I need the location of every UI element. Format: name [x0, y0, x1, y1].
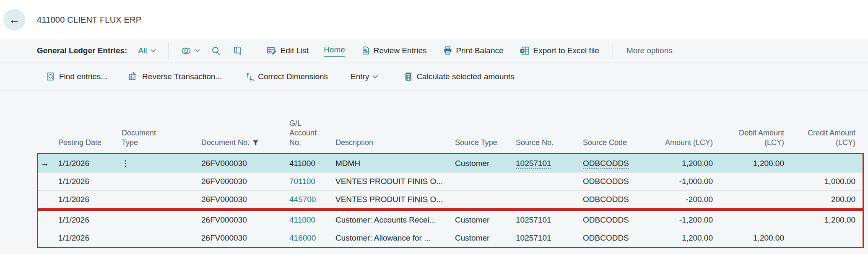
- table-row[interactable]: 1/1/2026 26FV000030 701100 VENTES PRODUI…: [38, 172, 863, 190]
- cell-source-code[interactable]: ODBCODDS: [568, 159, 642, 168]
- cell-credit-amount[interactable]: 1,200.00: [786, 215, 863, 225]
- calculate-amounts-label: Calculate selected amounts: [416, 72, 514, 81]
- cell-source-no[interactable]: 10257101: [509, 159, 568, 168]
- header-source-no[interactable]: Source No.: [509, 138, 568, 148]
- cell-source-code[interactable]: ODBCODDS: [568, 195, 642, 204]
- entry-label: Entry: [351, 72, 369, 81]
- print-balance-label: Print Balance: [456, 46, 504, 55]
- header-document-type[interactable]: Document Type: [110, 128, 193, 148]
- cell-description[interactable]: MDMH: [325, 159, 451, 168]
- focus-mode-button[interactable]: [232, 46, 242, 56]
- cell-source-code[interactable]: ODBCODDS: [568, 177, 642, 186]
- table-row[interactable]: 1/1/2026 26FV000030 445700 VENTES PRODUI…: [38, 190, 863, 208]
- cell-debit-amount[interactable]: 1,200.00: [713, 233, 786, 243]
- cell-gl-account-no[interactable]: 411000: [268, 159, 325, 168]
- print-icon: [443, 46, 453, 56]
- cell-gl-account-no[interactable]: 416000: [268, 233, 325, 243]
- header-gl-account-no-label: G/L Account No.: [289, 119, 324, 148]
- table-row[interactable]: 1/1/2026 26FV000030 416000 Customer: All…: [38, 229, 863, 247]
- cell-gl-account-no[interactable]: 701100: [268, 177, 325, 186]
- cell-source-type[interactable]: Customer: [451, 215, 509, 225]
- find-entries-button[interactable]: Find entries...: [46, 72, 107, 82]
- cell-posting-date[interactable]: 1/1/2026: [57, 233, 110, 243]
- cell-document-no[interactable]: 26FV000030: [193, 215, 268, 225]
- find-entries-label: Find entries...: [59, 72, 107, 81]
- search-icon: [211, 46, 221, 56]
- cell-document-no[interactable]: 26FV000030: [193, 159, 268, 168]
- gl-account-link[interactable]: 411000: [289, 215, 315, 224]
- header-description[interactable]: Description: [325, 138, 451, 148]
- chevron-down-icon: [372, 75, 378, 78]
- cell-document-no[interactable]: 26FV000030: [193, 177, 268, 186]
- cell-source-code[interactable]: ODBCODDS: [568, 233, 642, 243]
- correct-dimensions-button[interactable]: s Correct Dimensions: [244, 72, 328, 82]
- back-button[interactable]: ←: [3, 9, 25, 31]
- cell-amount-lcy[interactable]: -1,000.00: [642, 177, 713, 186]
- header-posting-date-label: Posting Date: [58, 138, 101, 147]
- header-source-code[interactable]: Source Code: [568, 138, 642, 148]
- cell-amount-lcy[interactable]: 1,200.00: [642, 159, 713, 168]
- header-amount-lcy[interactable]: Amount (LCY): [642, 138, 713, 148]
- row-menu-icon[interactable]: ⋮: [122, 159, 130, 168]
- more-options-button[interactable]: More options: [626, 46, 673, 55]
- tab-home[interactable]: Home: [324, 45, 345, 57]
- cell-posting-date[interactable]: 1/1/2026: [57, 177, 110, 186]
- edit-list-button[interactable]: Edit List: [267, 46, 309, 56]
- search-button[interactable]: [211, 46, 221, 56]
- cell-credit-amount[interactable]: 200.00: [786, 195, 863, 204]
- header-document-no[interactable]: Document No.: [193, 138, 268, 148]
- entry-dropdown[interactable]: Entry: [351, 72, 378, 81]
- home-label: Home: [324, 45, 345, 54]
- cell-credit-amount[interactable]: 1,000.00: [786, 177, 863, 186]
- gl-account-link[interactable]: 416000: [289, 233, 316, 242]
- source-no-drilldown-link[interactable]: 10257101: [516, 159, 551, 168]
- header-document-type-label: Document Type: [122, 128, 167, 148]
- print-balance-button[interactable]: Print Balance: [443, 46, 504, 56]
- review-entries-button[interactable]: Review Entries: [361, 46, 427, 56]
- cell-debit-amount[interactable]: 1,200.00: [713, 159, 786, 168]
- cell-source-no[interactable]: 10257101: [509, 215, 568, 225]
- view-filter-dropdown[interactable]: All: [138, 46, 156, 55]
- header-amount-lcy-label: Amount (LCY): [665, 138, 713, 147]
- header-gl-account-no[interactable]: G/L Account No.: [268, 119, 325, 148]
- cell-gl-account-no[interactable]: 411000: [268, 215, 325, 225]
- cell-document-no[interactable]: 26FV000030: [193, 195, 268, 204]
- cell-amount-lcy[interactable]: -200.00: [642, 195, 713, 204]
- cell-document-no[interactable]: 26FV000030: [193, 233, 268, 243]
- cell-posting-date[interactable]: 1/1/2026: [57, 215, 110, 225]
- source-code-drilldown-link[interactable]: ODBCODDS: [583, 159, 629, 168]
- cell-description[interactable]: VENTES PRODUIT FINIS O...: [325, 177, 451, 186]
- header-source-no-label: Source No.: [516, 138, 554, 147]
- cell-source-type[interactable]: Customer: [451, 159, 509, 168]
- export-excel-button[interactable]: X Export to Excel file: [520, 46, 599, 56]
- header-debit-amount-lcy[interactable]: Debit Amount (LCY): [713, 128, 786, 148]
- cell-description[interactable]: Customer: Accounts Recei...: [325, 215, 451, 225]
- cell-source-code[interactable]: ODBCODDS: [568, 215, 642, 225]
- cell-posting-date[interactable]: 1/1/2026: [57, 159, 110, 168]
- calculator-icon: [404, 72, 413, 82]
- list-caption: General Ledger Entries:: [37, 46, 127, 55]
- cell-source-no[interactable]: 10257101: [509, 233, 568, 243]
- header-posting-date[interactable]: Posting Date: [57, 138, 110, 148]
- gl-account-link[interactable]: 445700: [289, 195, 316, 204]
- table-row[interactable]: 1/1/2026 26FV000030 411000 Customer: Acc…: [38, 211, 863, 229]
- header-credit-amount-lcy[interactable]: Credit Amount (LCY): [786, 128, 863, 148]
- cell-description[interactable]: VENTES PRODUIT FINIS O...: [325, 195, 451, 204]
- cell-posting-date[interactable]: 1/1/2026: [57, 195, 110, 204]
- cell-amount-lcy[interactable]: 1,200.00: [642, 233, 713, 243]
- filter-funnel-icon: [252, 140, 259, 146]
- gl-account-link[interactable]: 701100: [289, 177, 315, 186]
- table-row[interactable]: → 1/1/2026 ⋮ 26FV000030 411000 MDMH Cust…: [38, 154, 863, 172]
- analyze-button[interactable]: [181, 46, 200, 56]
- view-filter-label: All: [138, 46, 147, 55]
- cell-source-type[interactable]: Customer: [451, 233, 509, 243]
- cell-gl-account-no[interactable]: 445700: [268, 195, 325, 204]
- cell-amount-lcy[interactable]: -1,200.00: [642, 215, 713, 225]
- cell-description[interactable]: Customer: Allowance for ...: [325, 233, 451, 243]
- header-source-type[interactable]: Source Type: [451, 138, 509, 148]
- edit-list-label: Edit List: [281, 46, 309, 55]
- cell-document-type[interactable]: ⋮: [110, 158, 193, 168]
- reverse-transaction-button[interactable]: Reverse Transaction...: [128, 72, 222, 82]
- calculate-amounts-button[interactable]: Calculate selected amounts: [404, 72, 514, 82]
- excel-icon: X: [520, 46, 530, 56]
